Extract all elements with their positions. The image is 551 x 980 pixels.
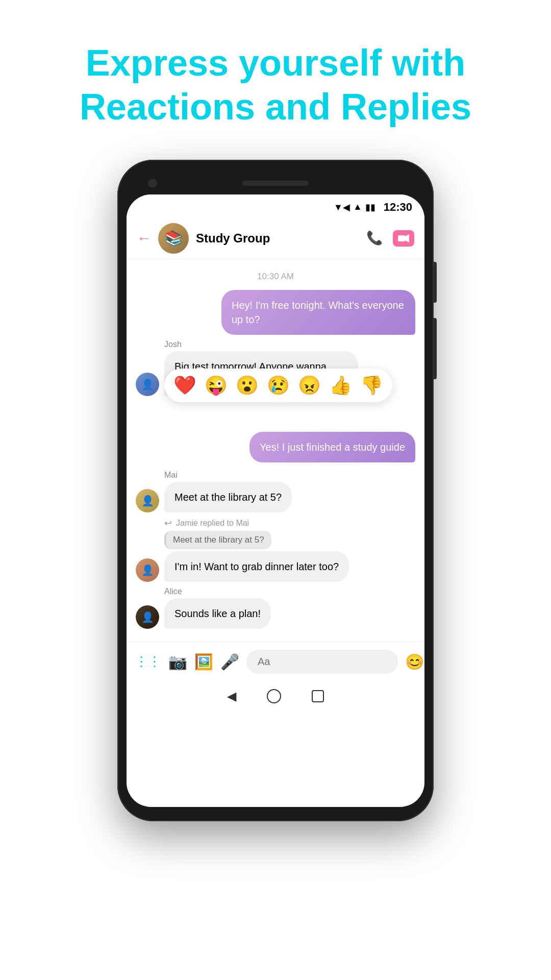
mic-icon[interactable]: 🎤 (220, 653, 239, 671)
message-bubble-mai: Meet at the library at 5? (164, 482, 292, 512)
reply-group-jamie: ↩ Jamie replied to Mai Meet at the libra… (136, 518, 415, 582)
sender-name-alice: Alice (164, 587, 415, 596)
quoted-message: Meet at the library at 5? (164, 531, 415, 549)
reply-indicator: ↩ Jamie replied to Mai (164, 518, 415, 529)
chat-title: Study Group (196, 231, 366, 246)
avatar-jamie: 👤 (136, 558, 159, 582)
phone-camera (148, 179, 157, 188)
avatar-alice: 👤 (136, 605, 159, 629)
reaction-heart[interactable]: ❤️ (173, 375, 196, 396)
side-button-2 (434, 318, 437, 379)
reaction-like[interactable]: 👍 (329, 375, 352, 396)
reaction-dislike[interactable]: 👎 (360, 375, 383, 396)
message-bubble-jamie: I'm in! Want to grab dinner later too? (164, 551, 349, 582)
dots-menu-icon[interactable]: ⋮⋮ (135, 654, 161, 670)
back-button[interactable]: ← (137, 230, 151, 247)
page-wrapper: Express yourself with Reactions and Repl… (0, 0, 551, 980)
message-group-mai: Mai 👤 Meet at the library at 5? (136, 471, 415, 512)
reaction-angry[interactable]: 😠 (298, 375, 321, 396)
phone-call-icon[interactable]: 📞 (366, 230, 383, 246)
reply-text: Jamie replied to Mai (176, 519, 249, 528)
page-header: Express yourself with Reactions and Repl… (49, 0, 502, 150)
message-row-sent-2: Yes! I just finished a study guide (136, 432, 415, 462)
message-bubble-sent-1: Hey! I'm free tonight. What's everyone u… (221, 290, 415, 335)
header-icons: 📞 (366, 230, 414, 247)
message-group-alice: Alice 👤 Sounds like a plan! (136, 587, 415, 629)
phone-frame: ▼◀ ▲ ▮▮ 12:30 ← 📚 Study Group 📞 (117, 160, 434, 821)
battery-icon: ▮▮ (365, 202, 375, 213)
image-icon[interactable]: 🖼️ (194, 653, 213, 671)
message-bubble-alice: Sounds like a plan! (164, 598, 271, 629)
reaction-popup: ❤️ 😜 😮 😢 😠 👍 👎 (164, 369, 392, 402)
wifi-icon: ▼◀ (334, 202, 350, 213)
status-time: 12:30 (384, 201, 412, 214)
side-button (434, 262, 437, 303)
nav-recent-icon[interactable] (312, 690, 324, 702)
status-bar: ▼◀ ▲ ▮▮ 12:30 (127, 194, 424, 218)
reaction-sad[interactable]: 😢 (267, 375, 290, 396)
avatar-mai: 👤 (136, 489, 159, 512)
android-nav: ◀ (127, 682, 424, 710)
message-input[interactable] (246, 650, 398, 674)
video-call-icon[interactable] (393, 230, 414, 247)
avatar-josh: 👤 (136, 373, 159, 396)
reply-arrow-icon: ↩ (164, 518, 172, 529)
time-divider: 10:30 AM (136, 272, 415, 282)
chat-header: ← 📚 Study Group 📞 (127, 218, 424, 259)
nav-home-icon[interactable] (267, 689, 281, 703)
reaction-haha[interactable]: 😜 (205, 375, 228, 396)
message-bubble-sent-2: Yes! I just finished a study guide (249, 432, 415, 462)
reaction-wow[interactable]: 😮 (236, 375, 259, 396)
status-icons: ▼◀ ▲ ▮▮ (334, 202, 375, 213)
sender-name-josh: Josh (164, 340, 415, 349)
phone-top-bar (127, 174, 424, 192)
chat-body: 10:30 AM Hey! I'm free tonight. What's e… (127, 259, 424, 641)
group-avatar: 📚 (158, 223, 189, 254)
sender-name-mai: Mai (164, 471, 415, 480)
phone-screen: ▼◀ ▲ ▮▮ 12:30 ← 📚 Study Group 📞 (127, 194, 424, 807)
svg-marker-1 (405, 234, 409, 242)
signal-bars-icon: ▲ (353, 202, 362, 212)
chat-input-bar: ⋮⋮ 📷 🖼️ 🎤 😊 👍 (127, 641, 424, 682)
nav-back-icon[interactable]: ◀ (227, 689, 236, 703)
svg-rect-0 (398, 235, 405, 241)
camera-icon[interactable]: 📷 (168, 653, 187, 671)
phone-speaker (242, 181, 309, 186)
emoji-button[interactable]: 😊 (405, 653, 424, 671)
message-row-sent-1: Hey! I'm free tonight. What's everyone u… (136, 290, 415, 335)
page-title: Express yourself with Reactions and Repl… (80, 41, 471, 129)
